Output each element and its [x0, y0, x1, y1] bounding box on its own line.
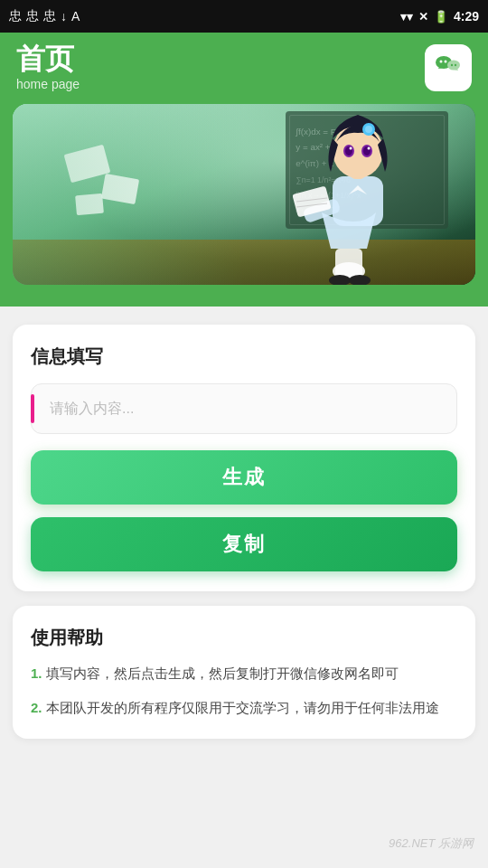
form-section-title: 信息填写 — [31, 344, 457, 369]
notification-icon-1: 忠 — [9, 8, 22, 24]
signal-icon: ✕ — [418, 10, 428, 24]
banner-overlay — [13, 104, 475, 285]
svg-point-4 — [445, 60, 447, 62]
battery-icon: 🔋 — [434, 10, 448, 24]
input-accent-bar — [31, 394, 34, 423]
help-number-2: 2. — [31, 700, 42, 715]
input-wrapper — [31, 383, 457, 434]
watermark: 962.NET 乐游网 — [389, 835, 474, 852]
copy-button[interactable]: 复制 — [31, 517, 457, 571]
help-number-1: 1. — [31, 665, 42, 681]
help-text-1: 填写内容，然后点击生成，然后复制打开微信修改网名即可 — [46, 665, 399, 681]
notification-icon-3: 忠 — [43, 8, 56, 24]
wechat-logo-icon — [431, 47, 465, 89]
help-card: 使用帮助 1. 填写内容，然后点击生成，然后复制打开微信修改网名即可 2. 本团… — [13, 606, 475, 739]
status-icons-right: ▾▾ ✕ 🔋 4:29 — [400, 9, 479, 24]
status-bar: 忠 忠 忠 ↓ A ▾▾ ✕ 🔋 4:29 — [0, 0, 488, 33]
form-card: 信息填写 生成 复制 — [13, 325, 475, 591]
download-icon: ↓ — [61, 9, 67, 24]
main-content: 信息填写 生成 复制 使用帮助 1. 填写内容，然后点击生成，然后复制打开微信修… — [0, 307, 488, 757]
content-input[interactable] — [31, 383, 457, 434]
status-icons-left: 忠 忠 忠 ↓ A — [9, 8, 80, 24]
font-icon: A — [71, 9, 80, 24]
banner-image: ∫f(x)dx = F(x)+C y = ax² + bx + c e^(iπ)… — [13, 104, 475, 285]
page-title: 首页 — [16, 43, 80, 75]
help-text-2: 本团队开发的所有程序仅限用于交流学习，请勿用于任何非法用途 — [46, 700, 439, 715]
header: 首页 home page — [0, 33, 488, 104]
generate-button[interactable]: 生成 — [31, 450, 457, 505]
help-item-2: 2. 本团队开发的所有程序仅限用于交流学习，请勿用于任何非法用途 — [31, 697, 457, 719]
wechat-icon-button[interactable] — [425, 44, 472, 91]
svg-point-2 — [447, 60, 460, 70]
svg-point-5 — [451, 63, 453, 65]
wifi-icon: ▾▾ — [400, 10, 413, 24]
svg-point-6 — [455, 63, 456, 65]
banner-section: ∫f(x)dx = F(x)+C y = ax² + bx + c e^(iπ)… — [0, 104, 488, 307]
page-subtitle: home page — [16, 77, 80, 91]
notification-icon-2: 忠 — [26, 8, 39, 24]
svg-point-3 — [440, 60, 443, 62]
help-title: 使用帮助 — [31, 626, 457, 650]
clock: 4:29 — [454, 9, 479, 24]
header-title-block: 首页 home page — [16, 43, 80, 91]
help-item-1: 1. 填写内容，然后点击生成，然后复制打开微信修改网名即可 — [31, 663, 457, 684]
